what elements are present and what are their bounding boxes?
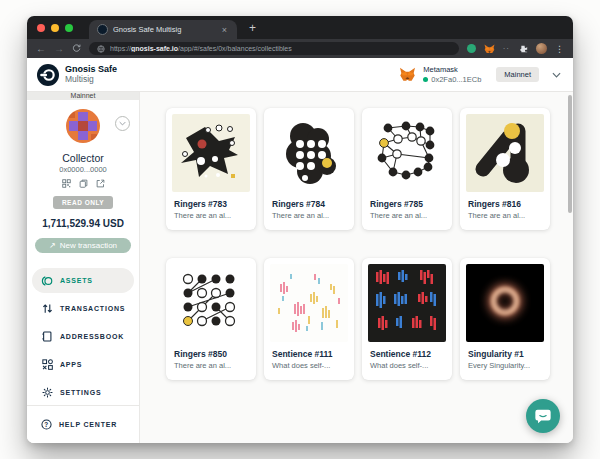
nft-art-ringers-783 (172, 114, 250, 192)
nft-subtitle: What does self-... (272, 361, 346, 370)
nft-subtitle: There are an al... (370, 211, 444, 220)
sidebar-item-transactions[interactable]: TRANSACTIONS (32, 296, 134, 321)
intercom-chat-button[interactable] (526, 399, 560, 433)
nft-title: Ringers #816 (468, 199, 542, 209)
nft-subtitle: There are an al... (468, 211, 542, 220)
nft-art-sentience-112 (368, 264, 446, 342)
browser-tab[interactable]: Gnosis Safe Multisig × (89, 20, 237, 39)
nft-subtitle: There are an al... (174, 361, 248, 370)
tab-title: Gnosis Safe Multisig (113, 25, 220, 34)
app-header: Gnosis Safe Multisig Metamask 0x2Fa0...1… (27, 58, 573, 92)
sidebar-item-label: APPS (60, 361, 82, 368)
wallet-provider: Metamask (423, 65, 481, 74)
gnosis-safe-logo-icon (37, 64, 59, 86)
safe-balance: 1,711,529.94 USD (27, 218, 139, 229)
nft-title: Ringers #850 (174, 349, 248, 359)
chat-bubble-icon (534, 407, 552, 425)
site-info-icon[interactable] (97, 45, 105, 53)
nft-title: Singularity #1 (468, 349, 542, 359)
nft-subtitle: Every Singularity... (468, 361, 542, 370)
forward-icon[interactable]: → (54, 44, 64, 54)
reload-icon[interactable] (72, 44, 81, 53)
nft-art-ringers-816 (466, 114, 544, 192)
safe-name: Collector (27, 152, 139, 164)
browser-menu-icon[interactable]: ⋮ (555, 44, 564, 54)
tab-favicon-icon (97, 24, 108, 35)
sidebar-item-label: ADDRESSBOOK (60, 333, 124, 340)
sidebar-item-assets[interactable]: ASSETS (32, 268, 134, 293)
metamask-fox-icon (399, 67, 416, 82)
qr-code-icon[interactable] (62, 179, 71, 188)
nft-title: Sentience #112 (370, 349, 444, 359)
new-tab-button[interactable]: + (249, 22, 256, 34)
brand-subtitle: Multisig (65, 75, 117, 85)
nft-title: Ringers #784 (272, 199, 346, 209)
nft-art-sentience-111 (270, 264, 348, 342)
nft-card-ringers-850[interactable]: Ringers #850 There are an al... (166, 258, 256, 380)
wallet-address: 0x2Fa0...1ECb (431, 75, 481, 84)
nft-art-ringers-850 (172, 264, 250, 342)
nft-subtitle: There are an al... (174, 211, 248, 220)
profile-avatar[interactable] (536, 43, 547, 54)
sidebar-item-label: ASSETS (60, 277, 93, 284)
nft-card-ringers-784[interactable]: Ringers #784 There are an al... (264, 108, 354, 230)
wallet-meta: Metamask 0x2Fa0...1ECb (423, 65, 481, 84)
sidebar-item-settings[interactable]: SETTINGS (32, 380, 134, 405)
puzzle-extensions-icon[interactable] (518, 44, 528, 54)
wallet-status-dot (423, 77, 428, 82)
nft-card-ringers-785[interactable]: Ringers #785 There are an al... (362, 108, 452, 230)
chevron-down-icon[interactable] (552, 72, 561, 78)
collectibles-panel: Ringers #783 There are an al... Ringe (140, 92, 573, 443)
sidebar-collapse-button[interactable] (115, 116, 130, 131)
safe-address: 0x0000...0000 (27, 165, 139, 174)
nft-card-sentience-111[interactable]: Sentience #111 What does self-... (264, 258, 354, 380)
sidebar-network-label: Mainnet (27, 92, 139, 100)
apps-icon (41, 359, 53, 370)
brand-text: Gnosis Safe Multisig (65, 64, 117, 84)
addressbook-icon (41, 331, 53, 342)
sidebar-item-label: TRANSACTIONS (60, 305, 125, 312)
zoom-window-button[interactable] (65, 24, 73, 32)
network-pill[interactable]: Mainnet (496, 67, 539, 82)
external-link-icon[interactable] (96, 179, 105, 188)
nft-subtitle: There are an al... (272, 211, 346, 220)
help-center-label: HELP CENTER (59, 421, 117, 428)
settings-gear-icon (41, 387, 53, 398)
sidebar-item-label: SETTINGS (60, 389, 101, 396)
collectibles-grid: Ringers #783 There are an al... Ringe (166, 108, 559, 380)
nft-card-singularity-1[interactable]: Singularity #1 Every Singularity... (460, 258, 550, 380)
tab-close-icon[interactable]: × (220, 25, 229, 35)
nft-title: Ringers #783 (174, 199, 248, 209)
new-transaction-button[interactable]: ↗ New transaction (35, 238, 131, 253)
help-center-link[interactable]: ? HELP CENTER (27, 405, 139, 443)
nft-card-sentience-112[interactable]: Sentience #112 What does self-... (362, 258, 452, 380)
sidebar-item-apps[interactable]: APPS (32, 352, 134, 377)
metamask-extension-icon[interactable] (484, 44, 495, 54)
copy-address-icon[interactable] (79, 179, 88, 188)
scrollbar[interactable] (568, 95, 572, 213)
url-text: https://gnosis-safe.io/app/#/safes/0x/ba… (110, 45, 292, 52)
browser-tab-strip: Gnosis Safe Multisig × + (27, 16, 573, 39)
nft-title: Ringers #785 (370, 199, 444, 209)
wallet-info[interactable]: Metamask 0x2Fa0...1ECb Mainnet (399, 65, 561, 84)
sidebar-nav: ASSETS TRANSACTIONS ADDRESSBOOK (27, 268, 139, 405)
close-window-button[interactable] (37, 24, 45, 32)
extensions-overflow-icon[interactable]: ·· (503, 44, 510, 53)
sidebar: Mainnet Collector 0x0000...0000 (27, 92, 140, 443)
nft-art-singularity-1 (466, 264, 544, 342)
nft-card-ringers-816[interactable]: Ringers #816 There are an al... (460, 108, 550, 230)
window-controls (37, 24, 73, 32)
back-icon[interactable]: ← (36, 44, 46, 54)
browser-window: Gnosis Safe Multisig × + ← → https://gno… (27, 16, 573, 443)
extension-icon[interactable] (467, 44, 476, 53)
safe-identicon (66, 109, 100, 143)
sidebar-item-addressbook[interactable]: ADDRESSBOOK (32, 324, 134, 349)
desktop-background: Gnosis Safe Multisig × + ← → https://gno… (0, 0, 600, 459)
transactions-icon (41, 303, 53, 314)
nft-card-ringers-783[interactable]: Ringers #783 There are an al... (166, 108, 256, 230)
arrow-up-right-icon: ↗ (49, 241, 56, 250)
help-icon: ? (41, 419, 52, 430)
nft-subtitle: What does self-... (370, 361, 444, 370)
minimize-window-button[interactable] (51, 24, 59, 32)
address-bar[interactable]: https://gnosis-safe.io/app/#/safes/0x/ba… (89, 42, 459, 55)
